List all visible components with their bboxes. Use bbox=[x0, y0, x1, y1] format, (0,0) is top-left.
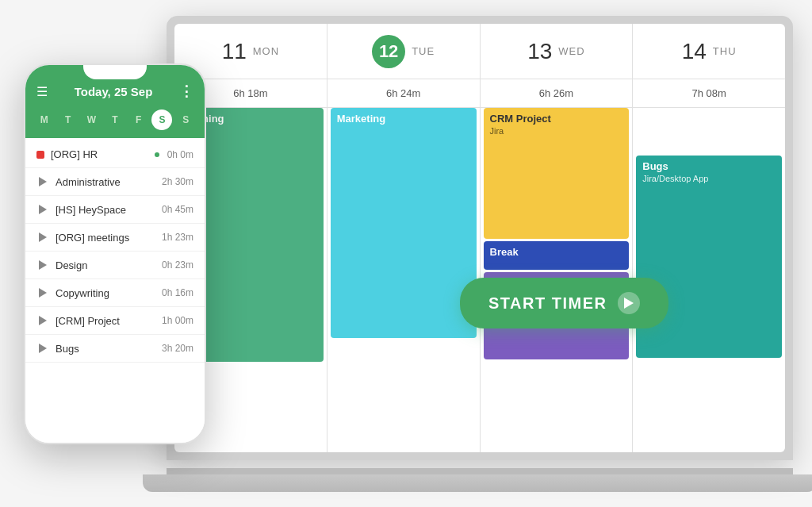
weekday-circle-t2: T bbox=[105, 109, 125, 130]
event-crm-subtitle: Jira bbox=[490, 126, 623, 136]
list-time-hr: 0h 0m bbox=[167, 149, 193, 160]
calendar: 11 MON 12 TUE 13 WED 14 bbox=[174, 24, 785, 452]
hamburger-icon[interactable]: ☰ bbox=[36, 84, 48, 99]
weekday-circle-m: M bbox=[34, 109, 55, 130]
phone-notch bbox=[83, 65, 147, 79]
weekday-w: W bbox=[80, 109, 102, 130]
event-bugs: Bugs Jira/Desktop App bbox=[636, 156, 782, 358]
scene: 11 MON 12 TUE 13 WED 14 bbox=[0, 0, 812, 507]
cal-day-name-thu: THU bbox=[713, 45, 737, 57]
weekday-f: F bbox=[128, 109, 150, 130]
phone-list: [ORG] HR 0h 0m Administrative 2h 30m [HS… bbox=[25, 138, 205, 443]
weekday-s2: S bbox=[174, 109, 197, 130]
cal-day-name-tue: TUE bbox=[412, 45, 435, 57]
list-item-design[interactable]: Design 0h 23m bbox=[25, 252, 205, 279]
list-label-hr: [ORG] HR bbox=[51, 148, 148, 160]
calendar-header: 11 MON 12 TUE 13 WED 14 bbox=[174, 24, 785, 79]
play-icon-design bbox=[36, 259, 49, 271]
list-item-hs[interactable]: [HS] HeySpace 0h 45m bbox=[25, 196, 205, 224]
list-time-crm: 1h 00m bbox=[162, 315, 193, 326]
list-time-bugs: 3h 20m bbox=[162, 343, 193, 354]
cal-day-num-wed: 13 bbox=[527, 39, 552, 64]
cal-day-num-tue: 12 bbox=[372, 35, 405, 68]
list-label-hs: [HS] HeySpace bbox=[56, 204, 155, 216]
laptop: 11 MON 12 TUE 13 WED 14 bbox=[167, 16, 793, 492]
list-time-copy: 0h 16m bbox=[162, 287, 193, 298]
event-bugs-label: Bugs bbox=[642, 160, 776, 172]
cal-hours-thu: 7h 08m bbox=[633, 79, 785, 107]
list-item-hr[interactable]: [ORG] HR 0h 0m bbox=[25, 141, 205, 168]
play-icon-copy bbox=[36, 286, 49, 299]
list-time-meetings: 1h 23m bbox=[162, 232, 193, 243]
svg-marker-0 bbox=[624, 298, 634, 309]
weekday-t2: T bbox=[104, 109, 126, 130]
event-marketing: Marketing bbox=[331, 108, 477, 338]
list-label-copy: Copywriting bbox=[56, 287, 155, 299]
cal-day-name-wed: WED bbox=[558, 45, 584, 57]
more-icon[interactable]: ⋮ bbox=[179, 83, 193, 100]
phone-weekdays: M T W T F S S bbox=[25, 109, 205, 138]
list-label-bugs: Bugs bbox=[56, 343, 155, 355]
weekday-s1[interactable]: S bbox=[151, 109, 174, 130]
cal-header-tue: 12 TUE bbox=[327, 24, 481, 79]
event-break-label: Break bbox=[490, 246, 623, 258]
play-icon-hs bbox=[36, 203, 49, 216]
weekday-m: M bbox=[33, 109, 56, 130]
list-label-design: Design bbox=[56, 259, 155, 271]
phone-header-title: Today, 25 Sep bbox=[75, 85, 153, 98]
cal-header-wed: 13 WED bbox=[481, 24, 634, 79]
start-timer-play-icon bbox=[618, 292, 640, 314]
start-timer-button[interactable]: START TIMER bbox=[460, 278, 668, 328]
weekday-circle-t1: T bbox=[58, 109, 79, 130]
weekday-circle-w: W bbox=[81, 109, 102, 130]
cal-day-name-mon: MON bbox=[253, 45, 279, 57]
list-item-bugs[interactable]: Bugs 3h 20m bbox=[25, 335, 205, 363]
event-crm-label: CRM Project bbox=[490, 113, 623, 125]
laptop-body: 11 MON 12 TUE 13 WED 14 bbox=[167, 16, 793, 460]
weekday-circle-s1: S bbox=[151, 109, 172, 130]
cal-col-tue: Marketing bbox=[327, 108, 481, 452]
weekday-t1: T bbox=[57, 109, 79, 130]
start-timer-label: START TIMER bbox=[488, 294, 607, 313]
list-item-meetings[interactable]: [ORG] meetings 1h 23m bbox=[25, 224, 205, 252]
phone-inner: ☰ Today, 25 Sep ⋮ M T W T F bbox=[25, 65, 205, 443]
laptop-hinge bbox=[167, 468, 793, 474]
cal-header-thu: 14 THU bbox=[633, 24, 785, 79]
list-time-design: 0h 23m bbox=[162, 259, 193, 271]
cal-hours-tue: 6h 24m bbox=[327, 79, 481, 107]
laptop-screen: 11 MON 12 TUE 13 WED 14 bbox=[174, 24, 785, 452]
list-label-crm: [CRM] Project bbox=[56, 315, 155, 327]
play-icon-bugs bbox=[36, 342, 49, 355]
red-square-icon bbox=[36, 151, 44, 159]
list-item-crm[interactable]: [CRM] Project 1h 00m bbox=[25, 307, 205, 335]
event-marketing-label: Marketing bbox=[337, 113, 470, 125]
laptop-base bbox=[143, 474, 812, 492]
list-item-admin[interactable]: Administrative 2h 30m bbox=[25, 168, 205, 196]
cal-day-num-mon: 11 bbox=[222, 39, 247, 64]
play-icon-crm bbox=[36, 314, 49, 327]
play-icon-admin bbox=[36, 175, 49, 188]
list-time-admin: 2h 30m bbox=[162, 176, 193, 187]
list-label-meetings: [ORG] meetings bbox=[56, 232, 155, 244]
cal-hours-wed: 6h 26m bbox=[481, 79, 634, 107]
cal-day-num-thu: 14 bbox=[682, 39, 707, 64]
list-time-hs: 0h 45m bbox=[162, 204, 193, 215]
calendar-sub-header: 6h 18m 6h 24m 6h 26m 7h 08m bbox=[174, 79, 785, 108]
play-icon-meetings bbox=[36, 231, 49, 244]
event-crm: CRM Project Jira bbox=[484, 108, 630, 239]
weekday-circle-f: F bbox=[128, 109, 149, 130]
event-bugs-subtitle: Jira/Desktop App bbox=[642, 174, 776, 183]
list-item-copy[interactable]: Copywriting 0h 16m bbox=[25, 279, 205, 307]
phone: ☰ Today, 25 Sep ⋮ M T W T F bbox=[24, 63, 206, 444]
weekday-circle-s2: S bbox=[175, 109, 196, 130]
event-break: Break bbox=[484, 241, 630, 270]
list-label-admin: Administrative bbox=[56, 176, 155, 188]
active-dot-hr bbox=[155, 152, 159, 157]
